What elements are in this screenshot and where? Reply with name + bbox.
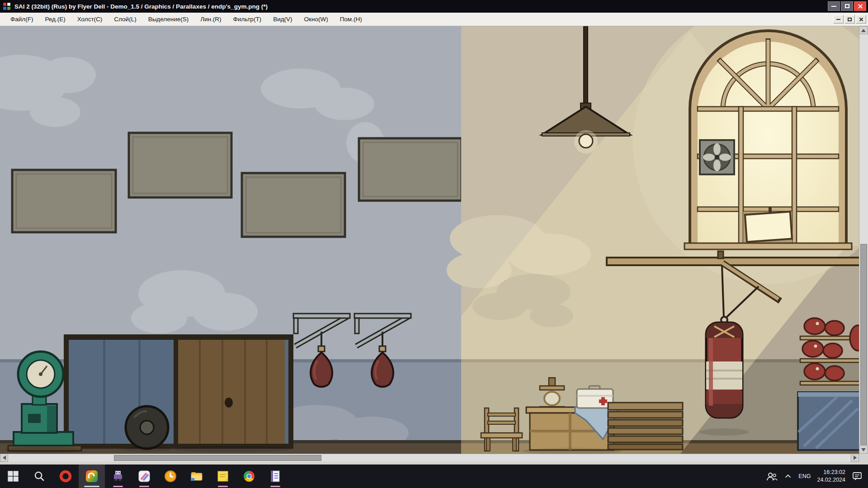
menu-selection[interactable]: Выделение(S) bbox=[142, 13, 195, 26]
action-center-button[interactable] bbox=[852, 471, 863, 481]
pixel-character-icon bbox=[111, 469, 125, 483]
scroll-left-button[interactable] bbox=[0, 454, 8, 462]
clock[interactable]: 16:23:02 24.02.2024 bbox=[817, 469, 845, 484]
sticky-notes-icon bbox=[216, 469, 230, 483]
scrollbar-corner bbox=[859, 454, 868, 462]
file-explorer-icon bbox=[190, 469, 203, 483]
taskbar-app-sticky-notes[interactable] bbox=[210, 465, 236, 488]
blue-table bbox=[798, 392, 859, 450]
search-button[interactable] bbox=[26, 465, 52, 488]
window-title: SAI 2 (32bit) (Rus) by Flyer Dell - Demo… bbox=[14, 3, 268, 10]
taskbar-app-explorer[interactable] bbox=[184, 465, 210, 488]
taskbar-app-chrome[interactable] bbox=[236, 465, 262, 488]
running-indicator bbox=[139, 486, 149, 487]
horizontal-scroll-thumb[interactable] bbox=[114, 455, 321, 461]
open-window-pane bbox=[743, 206, 792, 246]
doc-minimize-button[interactable] bbox=[833, 15, 844, 23]
paint-app-icon bbox=[137, 469, 151, 483]
minimize-button[interactable] bbox=[828, 1, 840, 11]
menu-view[interactable]: Вид(V) bbox=[267, 13, 298, 26]
tray-time: 16:23:02 bbox=[817, 469, 845, 476]
door bbox=[64, 334, 293, 449]
scroll-down-button[interactable] bbox=[859, 446, 868, 454]
horizontal-scrollbar[interactable] bbox=[0, 454, 859, 462]
up-arrow-icon bbox=[861, 29, 866, 32]
minimize-icon bbox=[831, 6, 836, 7]
close-icon bbox=[859, 17, 863, 22]
menu-line[interactable]: Лин.(R) bbox=[194, 13, 227, 26]
running-indicator bbox=[113, 486, 123, 487]
menu-bar: Файл(F) Ред.(E) Холст(C) Слой(L) Выделен… bbox=[0, 13, 868, 26]
taskbar-app-opera[interactable] bbox=[52, 465, 79, 488]
start-button[interactable] bbox=[0, 465, 26, 488]
left-arrow-icon bbox=[3, 455, 6, 460]
running-indicator bbox=[270, 486, 280, 487]
taskbar-app-pixel-game[interactable] bbox=[105, 465, 131, 488]
taskbar-app-clock[interactable] bbox=[157, 465, 184, 488]
down-arrow-icon bbox=[861, 448, 866, 451]
document-app-icon bbox=[269, 469, 282, 483]
maximize-icon bbox=[845, 4, 849, 8]
search-icon bbox=[33, 470, 45, 482]
restore-icon bbox=[848, 18, 852, 21]
sai2-icon bbox=[85, 469, 99, 483]
scroll-right-button[interactable] bbox=[851, 454, 859, 462]
title-bar: SAI 2 (32bit) (Rus) by Flyer Dell - Demo… bbox=[0, 0, 868, 13]
tray-date: 24.02.2024 bbox=[817, 476, 845, 484]
tray-overflow-button[interactable] bbox=[784, 473, 792, 480]
punching-bag bbox=[706, 323, 742, 418]
active-indicator bbox=[84, 486, 99, 487]
clock-app-icon bbox=[164, 469, 177, 483]
taskbar-app-sai2[interactable] bbox=[79, 465, 105, 488]
desk bbox=[526, 407, 618, 450]
canvas-viewport[interactable] bbox=[0, 26, 859, 454]
taskbar-app-notes-document[interactable] bbox=[262, 465, 288, 488]
menu-layer[interactable]: Слой(L) bbox=[108, 13, 142, 26]
menu-canvas[interactable]: Холст(C) bbox=[71, 13, 108, 26]
windows-logo-icon bbox=[7, 470, 19, 482]
chevron-up-icon bbox=[784, 473, 792, 480]
vertical-scroll-thumb[interactable] bbox=[860, 244, 867, 445]
people-icon bbox=[766, 471, 778, 481]
sai-app-icon bbox=[3, 2, 11, 10]
close-button[interactable] bbox=[854, 1, 866, 11]
maximize-button[interactable] bbox=[841, 1, 853, 11]
close-icon bbox=[858, 4, 863, 9]
taskbar-app-paint[interactable] bbox=[131, 465, 157, 488]
running-indicator bbox=[218, 486, 228, 487]
doc-close-button[interactable] bbox=[856, 15, 866, 23]
menu-filter[interactable]: Фильтр(T) bbox=[227, 13, 268, 26]
chrome-icon bbox=[242, 469, 256, 483]
menu-file[interactable]: Файл(F) bbox=[5, 13, 39, 26]
notification-icon bbox=[852, 471, 863, 481]
red-browser-icon bbox=[59, 469, 72, 483]
bench bbox=[608, 403, 683, 450]
right-arrow-icon bbox=[854, 455, 857, 460]
menu-edit[interactable]: Ред.(E) bbox=[39, 13, 71, 26]
window-fan bbox=[700, 140, 734, 174]
scroll-up-button[interactable] bbox=[859, 26, 868, 34]
minimize-icon bbox=[836, 19, 840, 20]
weight-plate bbox=[126, 406, 168, 449]
gym-scene-image bbox=[0, 26, 859, 454]
doc-restore-button[interactable] bbox=[844, 15, 855, 23]
people-button[interactable] bbox=[766, 471, 778, 481]
vertical-scrollbar[interactable] bbox=[859, 26, 868, 454]
taskbar: ENG 16:23:02 24.02.2024 bbox=[0, 465, 868, 488]
menu-window[interactable]: Окно(W) bbox=[298, 13, 334, 26]
language-indicator[interactable]: ENG bbox=[798, 473, 811, 479]
menu-help[interactable]: Пом.(H) bbox=[334, 13, 368, 26]
